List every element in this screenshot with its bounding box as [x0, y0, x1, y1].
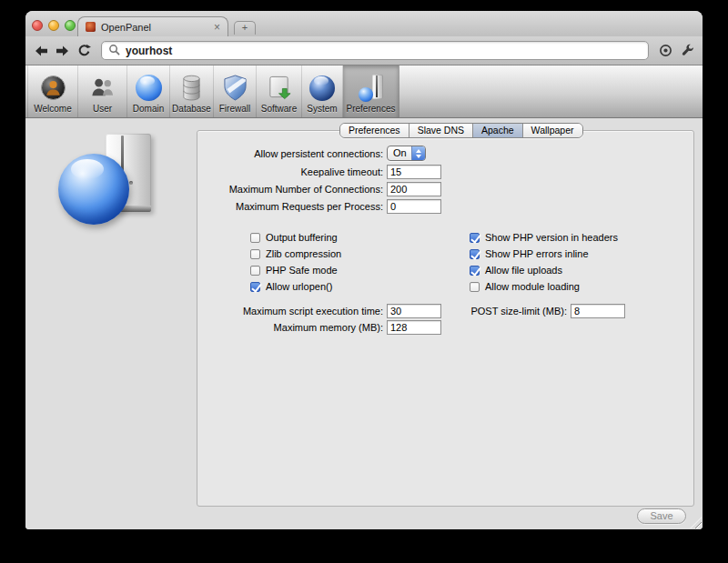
field-label: Maximum memory (MB): [197, 322, 387, 333]
select-arrows-icon [411, 146, 425, 160]
select-value: On [388, 146, 411, 160]
app-toolbar: Welcome User Domain [25, 65, 703, 118]
file-uploads-checkbox[interactable] [470, 266, 480, 276]
toolbar-label: Software [261, 104, 297, 114]
post-size-limit-input[interactable] [571, 304, 625, 318]
toolbar-label: User [93, 104, 112, 114]
page-menu-icon[interactable] [658, 43, 673, 58]
field-label: Keepalive timeout: [197, 166, 387, 177]
allow-urlopen-checkbox[interactable] [250, 282, 260, 292]
module-loading-row: Allow module loading [470, 280, 580, 293]
browser-window: OpenPanel × + yourhost [25, 11, 703, 529]
php-errors-inline-row: Show PHP errors inline [470, 247, 589, 260]
toolbar-item-preferences[interactable]: Preferences [343, 65, 399, 117]
checkbox-label: Allow module loading [485, 281, 580, 292]
toolbar-item-database[interactable]: Database [170, 65, 214, 117]
keepalive-timeout-row: Keepalive timeout: [197, 164, 441, 179]
toolbar-item-user[interactable]: User [78, 65, 127, 117]
checkbox-label: Allow urlopen() [266, 281, 332, 292]
post-size-limit-row: POST size-limit (MB): [457, 303, 625, 318]
domain-icon [132, 73, 165, 103]
field-label: Allow persistent connections: [197, 148, 387, 159]
wrench-menu-icon[interactable] [680, 43, 695, 58]
persistent-connections-row: Allow persistent connections: On [197, 146, 426, 161]
toolbar-label: Preferences [347, 104, 396, 114]
toolbar-label: Firewall [219, 104, 250, 114]
output-buffering-checkbox[interactable] [250, 233, 260, 243]
database-icon [176, 73, 208, 103]
script-execution-time-row: Maximum script execution time: [197, 303, 441, 318]
tab-close-icon[interactable]: × [214, 23, 220, 32]
preferences-icon [355, 73, 388, 103]
zoom-window-button[interactable] [65, 20, 76, 31]
persistent-connections-select[interactable]: On [387, 146, 426, 161]
toolbar-label: Database [172, 104, 211, 114]
field-label: Maximum Requests per Process: [197, 201, 387, 212]
welcome-icon [36, 73, 69, 103]
checkbox-label: Show PHP errors inline [485, 248, 589, 259]
keepalive-timeout-input[interactable] [387, 165, 441, 179]
toolbar-item-domain[interactable]: Domain [127, 65, 170, 117]
checkbox-label: Allow file uploads [485, 265, 562, 276]
tab-apache[interactable]: Apache [473, 124, 523, 137]
field-label: Maximum script execution time: [197, 306, 387, 317]
field-label: POST size-limit (MB): [457, 306, 571, 317]
module-loading-checkbox[interactable] [470, 282, 480, 292]
tab-preferences[interactable]: Preferences [340, 124, 410, 137]
toolbar-label: System [307, 104, 337, 114]
browser-tab[interactable]: OpenPanel × [77, 16, 228, 36]
back-button[interactable] [33, 43, 48, 58]
max-connections-input[interactable] [387, 182, 441, 196]
globe-graphic [58, 154, 129, 225]
toolbar-label: Welcome [34, 104, 72, 114]
tab-title: OpenPanel [101, 22, 151, 33]
close-window-button[interactable] [32, 20, 43, 31]
toolbar-item-system[interactable]: System [302, 65, 343, 117]
tab-wallpaper[interactable]: Wallpaper [523, 124, 582, 137]
zlib-compression-row: Zlib compression [250, 247, 341, 260]
toolbar-item-software[interactable]: Software [257, 65, 302, 117]
minimize-window-button[interactable] [48, 20, 59, 31]
max-memory-input[interactable] [387, 320, 441, 335]
zlib-compression-checkbox[interactable] [250, 249, 260, 259]
checkbox-label: Show PHP version in headers [485, 232, 618, 243]
max-connections-row: Maximum Number of Connections: [197, 181, 441, 196]
save-button[interactable]: Save [637, 508, 686, 524]
navigation-bar: yourhost [25, 36, 703, 65]
php-safe-mode-row: PHP Safe mode [250, 264, 338, 276]
php-errors-inline-checkbox[interactable] [470, 249, 480, 259]
php-safe-mode-checkbox[interactable] [250, 266, 260, 276]
openpanel-favicon [86, 22, 96, 32]
checkbox-label: Zlib compression [266, 248, 341, 259]
preferences-tab-bar: Preferences Slave DNS Apache Wallpaper [339, 123, 583, 138]
reload-button[interactable] [76, 43, 92, 58]
file-uploads-row: Allow file uploads [470, 264, 562, 276]
software-icon [263, 73, 296, 103]
settings-panel: Allow persistent connections: On Keepali… [197, 130, 694, 507]
resize-grip[interactable] [690, 517, 702, 528]
address-bar[interactable]: yourhost [101, 41, 649, 60]
forward-button[interactable] [55, 43, 70, 58]
user-icon [86, 73, 119, 103]
toolbar-label: Domain [133, 104, 164, 114]
checkbox-label: Output buffering [266, 232, 338, 243]
server-hero-image [53, 132, 176, 236]
max-requests-input[interactable] [387, 199, 441, 214]
toolbar-item-welcome[interactable]: Welcome [27, 65, 78, 117]
checkbox-label: PHP Safe mode [266, 265, 338, 276]
max-requests-row: Maximum Requests per Process: [197, 198, 441, 214]
max-memory-row: Maximum memory (MB): [197, 319, 441, 335]
php-version-headers-row: Show PHP version in headers [470, 231, 618, 244]
system-icon [306, 73, 339, 103]
tab-slave-dns[interactable]: Slave DNS [410, 124, 473, 137]
allow-urlopen-row: Allow urlopen() [250, 280, 332, 293]
url-text[interactable]: yourhost [126, 45, 172, 57]
titlebar: OpenPanel × + [25, 11, 703, 36]
script-execution-time-input[interactable] [387, 304, 441, 318]
page-content: Preferences Slave DNS Apache Wallpaper A… [25, 118, 703, 529]
new-tab-button[interactable]: + [234, 21, 256, 35]
php-version-headers-checkbox[interactable] [470, 233, 480, 243]
toolbar-item-firewall[interactable]: Firewall [214, 65, 257, 117]
search-icon [108, 43, 120, 59]
firewall-icon [218, 73, 251, 103]
